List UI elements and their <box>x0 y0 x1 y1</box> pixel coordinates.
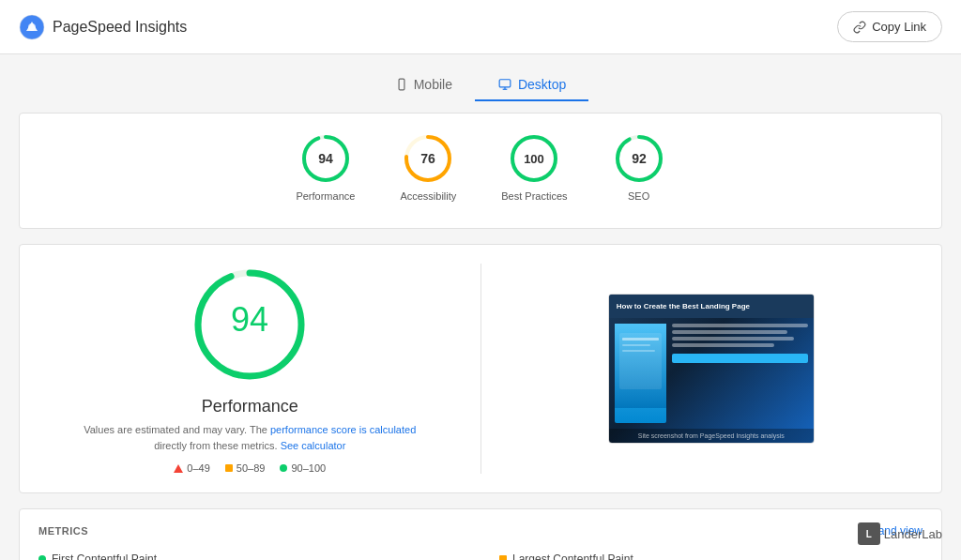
big-performance-circle: 94 <box>189 264 311 386</box>
svg-rect-25 <box>622 344 650 346</box>
score-label-performance: Performance <box>296 190 355 202</box>
score-item-best-practices: 100 Best Practices <box>501 132 567 202</box>
site-thumbnail: How to Create the Best Landing Page <box>608 294 815 444</box>
desc-middle: directly from these metrics. <box>154 440 277 451</box>
desktop-icon <box>497 78 512 91</box>
metrics-header: METRICS Expand view <box>38 524 923 537</box>
detail-right: How to Create the Best Landing Page <box>481 264 923 474</box>
legend-item-green: 90–100 <box>280 462 326 474</box>
metric-item-fcp: First Contentful Paint 0.6 s <box>38 552 462 560</box>
scores-card: 94 Performance 76 Accessibility <box>19 113 942 229</box>
score-label-accessibility: Accessibility <box>400 190 456 202</box>
thumbnail-body <box>609 318 814 429</box>
performance-title: Performance <box>202 397 298 416</box>
detail-card: 94 Performance Values are estimated and … <box>19 244 942 493</box>
thumbnail-header: How to Create the Best Landing Page <box>609 295 814 318</box>
pagespeed-logo-icon <box>19 14 45 40</box>
metric-dot-lcp <box>499 555 507 560</box>
desc-link1[interactable]: performance score is calculated <box>270 424 416 435</box>
text-line-2 <box>672 330 787 334</box>
copy-link-button[interactable]: Copy Link <box>837 11 942 42</box>
detail-left: 94 Performance Values are estimated and … <box>38 264 481 474</box>
metrics-grid: First Contentful Paint 0.6 s Largest Con… <box>38 552 923 560</box>
svg-rect-4 <box>499 80 511 87</box>
svg-text:94: 94 <box>318 151 333 166</box>
desc-link2[interactable]: See calculator <box>281 440 346 451</box>
text-line-3 <box>672 337 795 341</box>
metrics-section: METRICS Expand view First Contentful Pai… <box>19 508 942 560</box>
thumbnail-title: How to Create the Best Landing Page <box>617 302 806 310</box>
tab-desktop-label: Desktop <box>518 77 566 92</box>
score-item-accessibility: 76 Accessibility <box>400 132 456 202</box>
tab-mobile[interactable]: Mobile <box>373 69 475 101</box>
svg-text:94: 94 <box>231 300 268 339</box>
score-circle-performance: 94 <box>299 132 352 185</box>
legend-item-orange: 50–89 <box>225 462 266 474</box>
top-bar: PageSpeed Insights Copy Link <box>0 0 961 54</box>
detail-inner: 94 Performance Values are estimated and … <box>38 264 923 474</box>
copy-link-label: Copy Link <box>872 20 926 34</box>
legend-row: 0–49 50–89 90–100 <box>174 462 326 474</box>
legend-dot-icon <box>280 464 287 472</box>
score-label-seo: SEO <box>628 190 649 202</box>
text-line-1 <box>672 324 808 327</box>
score-circle-seo: 92 <box>613 132 665 185</box>
svg-point-1 <box>28 23 36 31</box>
metrics-title: METRICS <box>38 525 88 537</box>
svg-text:92: 92 <box>632 151 647 166</box>
score-item-seo: 92 SEO <box>613 132 665 202</box>
tabs-row: Mobile Desktop <box>19 69 942 101</box>
text-line-4 <box>672 343 774 347</box>
thumbnail-footer: Site screenshot from PageSpeed Insights … <box>609 429 814 443</box>
svg-rect-2 <box>399 79 404 90</box>
score-circle-accessibility: 76 <box>402 132 454 185</box>
score-item-performance: 94 Performance <box>296 132 355 202</box>
metric-name-fcp: First Contentful Paint <box>52 552 157 560</box>
logo-area: PageSpeed Insights <box>19 14 187 40</box>
metric-item-lcp: Largest Contentful Paint 1.2 s <box>499 552 923 560</box>
performance-desc: Values are estimated and may vary. The p… <box>84 422 416 453</box>
svg-rect-23 <box>619 333 662 389</box>
score-circle-best-practices: 100 <box>508 132 560 185</box>
thumbnail-text-col <box>672 324 808 423</box>
landerlab-text: LanderLab <box>884 527 942 541</box>
score-label-best-practices: Best Practices <box>501 190 567 202</box>
legend-triangle-icon <box>174 464 183 473</box>
tab-desktop[interactable]: Desktop <box>475 69 588 101</box>
bottom-logo: L LanderLab <box>858 522 942 545</box>
metric-name-row-fcp: First Contentful Paint <box>38 552 462 560</box>
svg-rect-24 <box>622 338 659 341</box>
legend-square-icon <box>225 464 233 472</box>
legend-item-red: 0–49 <box>174 462 209 474</box>
mobile-icon <box>395 78 408 91</box>
thumbnail-cta <box>672 354 808 363</box>
link-icon <box>853 21 866 34</box>
legend-range-orange: 50–89 <box>236 462 266 474</box>
metric-name-row-lcp: Largest Contentful Paint <box>499 552 923 560</box>
logo-text: PageSpeed Insights <box>53 19 187 36</box>
legend-range-green: 90–100 <box>291 462 326 474</box>
svg-text:76: 76 <box>421 151 436 166</box>
landerlab-logo-icon: L <box>858 522 880 545</box>
svg-text:100: 100 <box>525 152 545 166</box>
scores-row: 94 Performance 76 Accessibility <box>38 132 923 202</box>
svg-rect-26 <box>622 350 655 352</box>
main-content: Mobile Desktop 94 Perf <box>0 54 961 560</box>
thumbnail-book-image <box>615 324 666 423</box>
metric-dot-fcp <box>38 555 46 560</box>
tab-mobile-label: Mobile <box>414 77 452 92</box>
metric-name-lcp: Largest Contentful Paint <box>512 552 633 560</box>
desc-text: Values are estimated and may vary. The <box>84 424 267 435</box>
legend-range-red: 0–49 <box>187 462 209 474</box>
